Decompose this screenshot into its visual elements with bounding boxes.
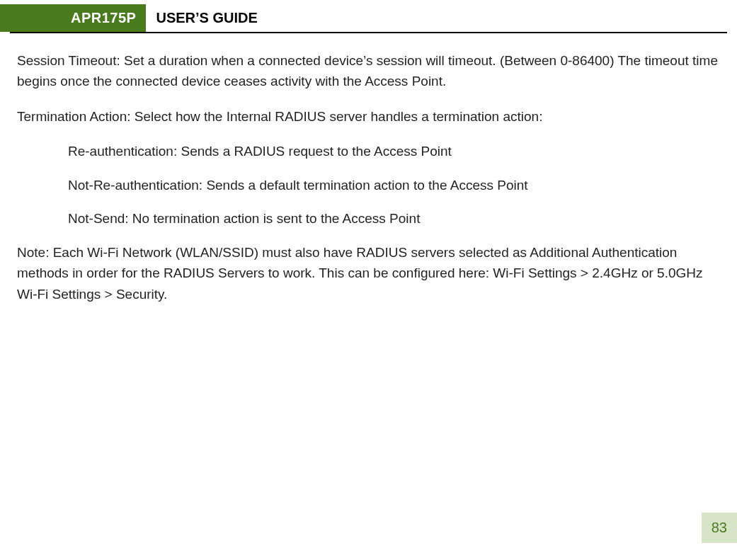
termination-option-not-send: Not-Send: No termination action is sent … (68, 208, 720, 229)
note-paragraph: Note: Each Wi-Fi Network (WLAN/SSID) mus… (17, 242, 720, 304)
document-title: USER’S GUIDE (146, 4, 267, 32)
termination-option-not-reauth: Not-Re-authentication: Sends a default t… (68, 175, 720, 195)
page-number: 83 (702, 513, 737, 543)
document-body: Session Timeout: Set a duration when a c… (0, 33, 737, 304)
product-badge: APR175P (0, 4, 146, 32)
termination-action-intro: Termination Action: Select how the Inter… (17, 106, 720, 127)
termination-option-reauth: Re-authentication: Sends a RADIUS reques… (68, 141, 720, 161)
document-header: APR175P USER’S GUIDE (10, 4, 727, 33)
session-timeout-paragraph: Session Timeout: Set a duration when a c… (17, 50, 720, 92)
